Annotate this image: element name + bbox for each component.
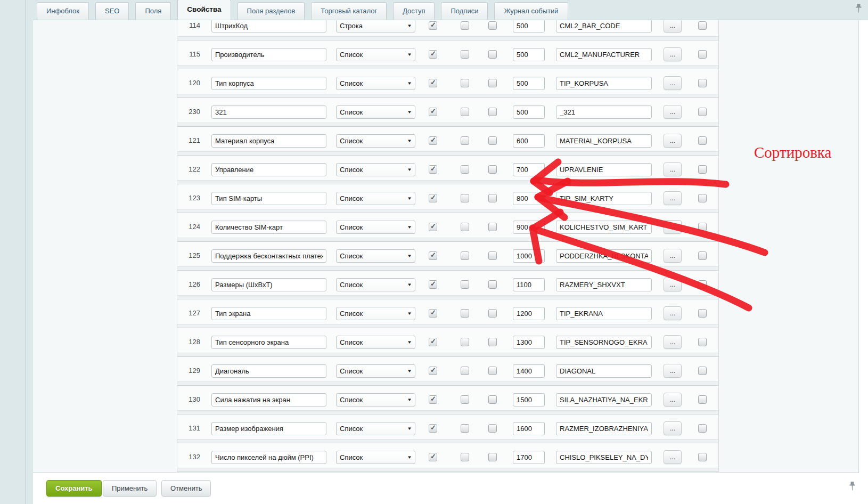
row-checkbox-4[interactable] (698, 194, 707, 202)
row-checkbox-2[interactable] (461, 309, 469, 318)
property-name-input[interactable] (211, 422, 326, 435)
row-checkbox-1[interactable] (429, 424, 437, 433)
property-type-select[interactable]: Список ▼ (336, 336, 415, 349)
row-checkbox-1[interactable] (429, 21, 437, 30)
property-sort-input[interactable] (513, 163, 545, 176)
property-sort-input[interactable] (513, 249, 545, 263)
property-type-select[interactable]: Список ▼ (336, 422, 415, 435)
row-checkbox-2[interactable] (461, 251, 469, 260)
tab-инфоблок[interactable]: Инфоблок (37, 2, 89, 20)
row-checkbox-4[interactable] (698, 280, 707, 289)
tab-поля[interactable]: Поля (135, 2, 171, 20)
row-checkbox-4[interactable] (698, 21, 707, 30)
row-checkbox-1[interactable] (429, 79, 437, 87)
row-checkbox-4[interactable] (698, 309, 707, 318)
row-checkbox-1[interactable] (429, 309, 437, 318)
row-checkbox-4[interactable] (698, 50, 707, 59)
row-checkbox-2[interactable] (461, 79, 469, 87)
property-settings-button[interactable]: ... (664, 76, 682, 90)
property-type-select[interactable]: Список ▼ (336, 393, 415, 407)
property-name-input[interactable] (211, 20, 326, 32)
property-code-input[interactable] (556, 134, 652, 148)
row-checkbox-3[interactable] (488, 223, 497, 231)
property-code-input[interactable] (556, 307, 652, 320)
property-type-select[interactable]: Список ▼ (336, 364, 415, 378)
row-checkbox-1[interactable] (429, 367, 437, 375)
tab-журнал-событий[interactable]: Журнал событий (494, 2, 568, 20)
property-sort-input[interactable] (513, 134, 545, 148)
row-checkbox-2[interactable] (461, 194, 469, 202)
row-checkbox-4[interactable] (698, 395, 707, 404)
property-type-select[interactable]: Список ▼ (336, 278, 415, 291)
row-checkbox-4[interactable] (698, 136, 707, 145)
row-checkbox-4[interactable] (698, 367, 707, 375)
tab-подписи[interactable]: Подписи (441, 2, 488, 20)
row-checkbox-2[interactable] (461, 108, 469, 116)
property-settings-button[interactable]: ... (664, 20, 682, 32)
row-checkbox-2[interactable] (461, 165, 469, 174)
row-checkbox-3[interactable] (488, 424, 497, 433)
row-checkbox-1[interactable] (429, 136, 437, 145)
property-settings-button[interactable]: ... (664, 220, 682, 234)
row-checkbox-3[interactable] (488, 453, 497, 461)
property-name-input[interactable] (211, 134, 326, 148)
property-sort-input[interactable] (513, 336, 545, 349)
row-checkbox-1[interactable] (429, 453, 437, 461)
property-sort-input[interactable] (513, 48, 545, 61)
property-settings-button[interactable]: ... (664, 393, 682, 407)
property-code-input[interactable] (556, 336, 652, 349)
row-checkbox-3[interactable] (488, 194, 497, 202)
property-code-input[interactable] (556, 221, 652, 234)
row-checkbox-1[interactable] (429, 165, 437, 174)
property-sort-input[interactable] (513, 105, 545, 119)
property-name-input[interactable] (211, 163, 326, 176)
property-name-input[interactable] (211, 105, 326, 119)
pin-icon[interactable] (848, 481, 856, 492)
row-checkbox-2[interactable] (461, 395, 469, 404)
property-sort-input[interactable] (513, 451, 545, 464)
property-settings-button[interactable]: ... (664, 278, 682, 291)
property-sort-input[interactable] (513, 364, 545, 378)
property-code-input[interactable] (556, 48, 652, 61)
property-name-input[interactable] (211, 451, 326, 464)
property-code-input[interactable] (556, 77, 652, 90)
apply-button[interactable]: Применить (103, 480, 157, 497)
property-type-select[interactable]: Список ▼ (336, 307, 415, 320)
property-name-input[interactable] (211, 221, 326, 234)
row-checkbox-3[interactable] (488, 309, 497, 318)
tab-seo[interactable]: SEO (95, 2, 129, 20)
property-code-input[interactable] (556, 393, 652, 407)
property-settings-button[interactable]: ... (664, 421, 682, 435)
property-settings-button[interactable]: ... (664, 306, 682, 320)
row-checkbox-2[interactable] (461, 136, 469, 145)
property-code-input[interactable] (556, 192, 652, 205)
property-code-input[interactable] (556, 364, 652, 378)
row-checkbox-2[interactable] (461, 424, 469, 433)
row-checkbox-2[interactable] (461, 338, 469, 346)
property-code-input[interactable] (556, 20, 652, 32)
row-checkbox-4[interactable] (698, 453, 707, 461)
row-checkbox-4[interactable] (698, 223, 707, 231)
property-settings-button[interactable]: ... (664, 47, 682, 61)
row-checkbox-2[interactable] (461, 280, 469, 289)
row-checkbox-2[interactable] (461, 50, 469, 59)
property-type-select[interactable]: Список ▼ (336, 451, 415, 464)
property-sort-input[interactable] (513, 77, 545, 90)
property-type-select[interactable]: Список ▼ (336, 134, 415, 148)
row-checkbox-2[interactable] (461, 223, 469, 231)
cancel-button[interactable]: Отменить (161, 480, 211, 497)
row-checkbox-3[interactable] (488, 165, 497, 174)
save-button[interactable]: Сохранить (46, 480, 102, 497)
property-sort-input[interactable] (513, 221, 545, 234)
property-sort-input[interactable] (513, 422, 545, 435)
property-settings-button[interactable]: ... (664, 191, 682, 205)
property-type-select[interactable]: Список ▼ (336, 105, 415, 119)
row-checkbox-2[interactable] (461, 453, 469, 461)
property-settings-button[interactable]: ... (664, 162, 682, 176)
property-code-input[interactable] (556, 422, 652, 435)
property-name-input[interactable] (211, 48, 326, 61)
row-checkbox-1[interactable] (429, 338, 437, 346)
property-settings-button[interactable]: ... (664, 335, 682, 349)
row-checkbox-1[interactable] (429, 108, 437, 116)
property-code-input[interactable] (556, 105, 652, 119)
